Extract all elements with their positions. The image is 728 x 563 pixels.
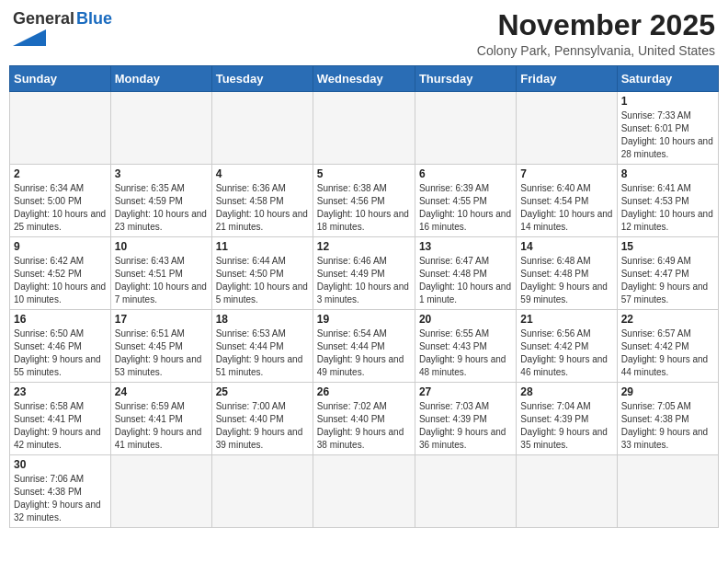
calendar-week-row: 23Sunrise: 6:58 AM Sunset: 4:41 PM Dayli…: [10, 383, 719, 455]
day-number: 12: [317, 240, 411, 253]
calendar-cell: [415, 455, 516, 528]
svg-marker-0: [13, 29, 46, 46]
calendar-cell: 26Sunrise: 7:02 AM Sunset: 4:40 PM Dayli…: [313, 383, 415, 455]
day-number: 20: [419, 313, 512, 326]
day-number: 17: [115, 313, 208, 326]
calendar-cell: 10Sunrise: 6:43 AM Sunset: 4:51 PM Dayli…: [110, 237, 211, 310]
calendar-cell: 30Sunrise: 7:06 AM Sunset: 4:38 PM Dayli…: [10, 455, 111, 528]
page-header: General Blue November 2025 Colony Park, …: [9, 9, 719, 58]
day-number: 7: [520, 167, 612, 180]
calendar-cell: 22Sunrise: 6:57 AM Sunset: 4:42 PM Dayli…: [617, 310, 718, 383]
day-info: Sunrise: 6:43 AM Sunset: 4:51 PM Dayligh…: [115, 255, 208, 306]
calendar-cell: [517, 92, 617, 165]
calendar-cell: 27Sunrise: 7:03 AM Sunset: 4:39 PM Dayli…: [415, 383, 516, 455]
calendar-cell: 11Sunrise: 6:44 AM Sunset: 4:50 PM Dayli…: [211, 237, 313, 310]
calendar-cell: [10, 92, 111, 165]
calendar-cell: [110, 92, 211, 165]
day-info: Sunrise: 6:48 AM Sunset: 4:48 PM Dayligh…: [520, 255, 612, 306]
calendar-cell: 14Sunrise: 6:48 AM Sunset: 4:48 PM Dayli…: [517, 237, 617, 310]
day-number: 10: [115, 240, 208, 253]
calendar-cell: 8Sunrise: 6:41 AM Sunset: 4:53 PM Daylig…: [617, 165, 718, 237]
calendar-cell: 3Sunrise: 6:35 AM Sunset: 4:59 PM Daylig…: [110, 165, 211, 237]
calendar-week-row: 1Sunrise: 7:33 AM Sunset: 6:01 PM Daylig…: [10, 92, 719, 165]
day-number: 21: [520, 313, 612, 326]
calendar-cell: 1Sunrise: 7:33 AM Sunset: 6:01 PM Daylig…: [617, 92, 718, 165]
logo: General Blue: [13, 9, 112, 46]
calendar-cell: [110, 455, 211, 528]
calendar-header-monday: Monday: [110, 66, 211, 92]
day-info: Sunrise: 7:04 AM Sunset: 4:39 PM Dayligh…: [520, 400, 612, 452]
calendar-cell: [211, 92, 313, 165]
logo-triangle-icon: [13, 29, 46, 46]
calendar-header-saturday: Saturday: [617, 66, 718, 92]
day-info: Sunrise: 6:39 AM Sunset: 4:55 PM Dayligh…: [419, 182, 512, 234]
calendar-week-row: 2Sunrise: 6:34 AM Sunset: 5:00 PM Daylig…: [10, 165, 719, 237]
calendar-week-row: 9Sunrise: 6:42 AM Sunset: 4:52 PM Daylig…: [10, 237, 719, 310]
day-number: 3: [115, 167, 208, 180]
calendar-cell: 21Sunrise: 6:56 AM Sunset: 4:42 PM Dayli…: [517, 310, 617, 383]
day-number: 19: [317, 313, 411, 326]
day-info: Sunrise: 6:42 AM Sunset: 4:52 PM Dayligh…: [14, 255, 107, 306]
calendar-cell: 2Sunrise: 6:34 AM Sunset: 5:00 PM Daylig…: [10, 165, 111, 237]
calendar-cell: 18Sunrise: 6:53 AM Sunset: 4:44 PM Dayli…: [211, 310, 313, 383]
calendar-header-wednesday: Wednesday: [313, 66, 415, 92]
calendar-header-sunday: Sunday: [10, 66, 111, 92]
day-number: 22: [621, 313, 714, 326]
calendar-table: SundayMondayTuesdayWednesdayThursdayFrid…: [9, 65, 719, 528]
logo-general: General: [13, 9, 74, 29]
calendar-cell: 17Sunrise: 6:51 AM Sunset: 4:45 PM Dayli…: [110, 310, 211, 383]
day-info: Sunrise: 6:47 AM Sunset: 4:48 PM Dayligh…: [419, 255, 512, 306]
calendar-cell: 6Sunrise: 6:39 AM Sunset: 4:55 PM Daylig…: [415, 165, 516, 237]
day-info: Sunrise: 6:59 AM Sunset: 4:41 PM Dayligh…: [115, 400, 208, 452]
calendar-cell: [517, 455, 617, 528]
day-number: 29: [621, 385, 714, 398]
calendar-cell: 15Sunrise: 6:49 AM Sunset: 4:47 PM Dayli…: [617, 237, 718, 310]
calendar-cell: 29Sunrise: 7:05 AM Sunset: 4:38 PM Dayli…: [617, 383, 718, 455]
day-info: Sunrise: 7:06 AM Sunset: 4:38 PM Dayligh…: [14, 473, 107, 524]
calendar-header-tuesday: Tuesday: [211, 66, 313, 92]
day-info: Sunrise: 6:53 AM Sunset: 4:44 PM Dayligh…: [216, 327, 309, 379]
day-number: 24: [115, 385, 208, 398]
title-section: November 2025 Colony Park, Pennsylvania,…: [477, 9, 715, 58]
day-info: Sunrise: 6:54 AM Sunset: 4:44 PM Dayligh…: [317, 327, 411, 379]
calendar-cell: 28Sunrise: 7:04 AM Sunset: 4:39 PM Dayli…: [517, 383, 617, 455]
calendar-header-row: SundayMondayTuesdayWednesdayThursdayFrid…: [10, 66, 719, 92]
day-number: 8: [621, 167, 714, 180]
day-info: Sunrise: 6:51 AM Sunset: 4:45 PM Dayligh…: [115, 327, 208, 379]
day-number: 4: [216, 167, 309, 180]
day-number: 9: [14, 240, 107, 253]
day-info: Sunrise: 6:49 AM Sunset: 4:47 PM Dayligh…: [621, 255, 714, 306]
calendar-cell: 4Sunrise: 6:36 AM Sunset: 4:58 PM Daylig…: [211, 165, 313, 237]
day-number: 14: [520, 240, 612, 253]
calendar-cell: [415, 92, 516, 165]
calendar-cell: 16Sunrise: 6:50 AM Sunset: 4:46 PM Dayli…: [10, 310, 111, 383]
calendar-cell: [313, 92, 415, 165]
day-info: Sunrise: 6:58 AM Sunset: 4:41 PM Dayligh…: [14, 400, 107, 452]
day-number: 16: [14, 313, 107, 326]
calendar-cell: 12Sunrise: 6:46 AM Sunset: 4:49 PM Dayli…: [313, 237, 415, 310]
calendar-header-friday: Friday: [517, 66, 617, 92]
day-info: Sunrise: 7:33 AM Sunset: 6:01 PM Dayligh…: [621, 109, 714, 161]
day-info: Sunrise: 6:34 AM Sunset: 5:00 PM Dayligh…: [14, 182, 107, 234]
day-number: 13: [419, 240, 512, 253]
day-number: 18: [216, 313, 309, 326]
calendar-cell: [313, 455, 415, 528]
logo-text-block: General Blue: [13, 9, 112, 46]
day-info: Sunrise: 6:46 AM Sunset: 4:49 PM Dayligh…: [317, 255, 411, 306]
day-info: Sunrise: 6:41 AM Sunset: 4:53 PM Dayligh…: [621, 182, 714, 234]
location-subtitle: Colony Park, Pennsylvania, United States: [477, 43, 715, 58]
day-info: Sunrise: 7:00 AM Sunset: 4:40 PM Dayligh…: [216, 400, 309, 452]
day-number: 23: [14, 385, 107, 398]
day-info: Sunrise: 6:56 AM Sunset: 4:42 PM Dayligh…: [520, 327, 612, 379]
calendar-cell: [617, 455, 718, 528]
day-number: 30: [14, 458, 107, 471]
day-number: 2: [14, 167, 107, 180]
day-number: 6: [419, 167, 512, 180]
calendar-header-thursday: Thursday: [415, 66, 516, 92]
day-number: 27: [419, 385, 512, 398]
calendar-cell: 19Sunrise: 6:54 AM Sunset: 4:44 PM Dayli…: [313, 310, 415, 383]
day-number: 1: [621, 95, 714, 108]
day-info: Sunrise: 6:35 AM Sunset: 4:59 PM Dayligh…: [115, 182, 208, 234]
day-info: Sunrise: 6:55 AM Sunset: 4:43 PM Dayligh…: [419, 327, 512, 379]
day-info: Sunrise: 6:38 AM Sunset: 4:56 PM Dayligh…: [317, 182, 411, 234]
